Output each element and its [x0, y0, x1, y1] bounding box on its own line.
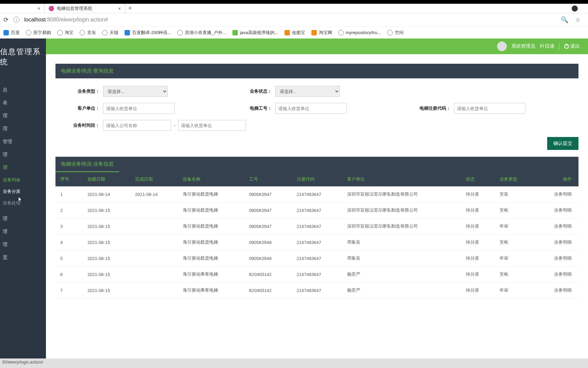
table-cell: B20405142	[244, 266, 292, 282]
bookmark-item[interactable]: 天猫	[102, 30, 118, 36]
sidebar-item[interactable]: 理	[0, 109, 46, 122]
table-cell: 杨奕严	[342, 266, 461, 282]
table-cell: 2021-08-15	[83, 266, 130, 282]
bookmark-item[interactable]: java高级程序猿的...	[232, 30, 278, 36]
input-customer[interactable]	[103, 103, 175, 114]
table-cell: 年审	[495, 282, 535, 298]
select-business-status[interactable]: 请选择...	[275, 86, 340, 97]
table-cell: 杨奕严	[342, 282, 461, 298]
url-text[interactable]: localhost:8080/eleerp/login.action#	[24, 17, 556, 23]
bookmark-item[interactable]: 改图宝	[284, 30, 305, 36]
sidebar-item-active[interactable]: 理	[0, 161, 46, 174]
bookmark-item[interactable]: 洪湖小肖直播_户外...	[177, 30, 226, 36]
table-cell: 5	[55, 250, 83, 266]
table-cell[interactable]: 业务明细	[535, 186, 578, 202]
select-business-type[interactable]: 请选择...	[103, 86, 168, 97]
bookmark-item[interactable]: 淘宝	[57, 30, 74, 36]
sidebar-sub-process[interactable]: 业务处理	[0, 197, 46, 209]
search-icon[interactable]: 🔍	[561, 16, 568, 24]
sidebar-item[interactable]: 息	[0, 83, 46, 96]
submit-button[interactable]: 确认提交	[547, 137, 578, 150]
star-icon[interactable]: ☆	[575, 16, 581, 24]
table-cell: 邓集良	[342, 234, 461, 250]
bookmark-item[interactable]: 淘宝网	[311, 30, 332, 36]
bookmark-item[interactable]: 苏宁易购	[26, 30, 51, 36]
sidebar-item[interactable]: 理	[0, 238, 46, 251]
table-cell[interactable]: 业务明细	[535, 282, 578, 298]
letterbox-top	[0, 0, 588, 4]
query-panel-title: 电梯业务情况-查询信息	[55, 64, 578, 78]
table-cell: 2021-08-15	[83, 282, 130, 298]
browser-tab-1[interactable]: 电梯信息管理系统 ×	[45, 4, 125, 13]
bookmark-item[interactable]: myrepository/tru...	[338, 30, 381, 35]
close-icon[interactable]: ×	[37, 6, 40, 11]
list-panel-header: 电梯业务情况-业务信息	[55, 157, 578, 172]
table-cell[interactable]: 业务明细	[535, 266, 578, 282]
table-cell: 待分派	[461, 250, 495, 266]
table-cell: 2147483647	[292, 282, 342, 298]
table-cell: 深圳市富丽法雷尔家私制造有限公司	[342, 186, 461, 202]
reload-icon[interactable]: ⟳	[3, 16, 9, 24]
bookmark-item[interactable]: 空间	[387, 30, 404, 36]
table-cell	[130, 234, 178, 250]
table-cell: 4	[55, 234, 83, 250]
business-table: 序号 创建日期 完成日期 设备名称 工号 注册代码 客户单位 状态 业务类型 操…	[55, 172, 578, 298]
table-cell: 待分派	[461, 202, 495, 218]
user-avatar-icon[interactable]	[497, 42, 507, 51]
tab-favicon	[49, 6, 54, 11]
th-status: 状态	[461, 172, 495, 186]
th-action: 操作	[535, 172, 578, 186]
table-cell: 邓集良	[342, 250, 461, 266]
range-separator: -	[174, 123, 175, 128]
input-period-start[interactable]	[103, 120, 171, 131]
label-business-status: 业务状态：	[238, 88, 272, 94]
url-host: localhost	[24, 17, 46, 22]
globe-icon	[102, 30, 108, 35]
gaitubao-icon	[284, 30, 290, 35]
sidebar-item[interactable]: 理	[0, 212, 46, 225]
table-cell: 2147483647	[292, 186, 342, 202]
sidebar-item[interactable]: 管理	[0, 135, 46, 148]
table-cell: 0905K0548	[244, 234, 292, 250]
table-cell: 深圳市富丽法雷尔家私制造有限公司	[342, 218, 461, 234]
sidebar-sub-assign[interactable]: 业务分派	[0, 186, 46, 197]
table-row: 12021-08-142021-08-14曳引驱动载货电梯0905K054721…	[55, 186, 578, 202]
table-cell[interactable]: 业务明细	[535, 202, 578, 218]
table-cell[interactable]: 业务明细	[535, 250, 578, 266]
sidebar-item[interactable]: 表	[0, 96, 46, 109]
sidebar-item[interactable]: 理	[0, 122, 46, 135]
bookmark-item[interactable]: 百度翻译-200种语...	[125, 30, 171, 36]
site-info-icon[interactable]: i	[13, 17, 19, 23]
table-cell: 待分派	[461, 282, 495, 298]
bookmark-item[interactable]: 百度	[3, 30, 20, 36]
table-cell: 安检	[495, 266, 535, 282]
table-cell	[130, 266, 178, 282]
browser-tab-0[interactable]: ×	[0, 4, 45, 13]
label-regcode: 电梯注册代码：	[410, 105, 451, 111]
sidebar-item[interactable]: 理	[0, 225, 46, 238]
sidebar-sub-list[interactable]: 业务列表	[0, 174, 46, 186]
sidebar-item[interactable]: 理	[0, 148, 46, 161]
table-cell[interactable]: 业务明细	[535, 218, 578, 234]
input-period-end[interactable]	[178, 120, 246, 131]
table-cell: 2021-08-15	[83, 250, 130, 266]
profile-avatar-icon[interactable]	[572, 5, 578, 12]
bookmark-item[interactable]: 京东	[80, 30, 96, 36]
new-tab-button[interactable]: +	[125, 5, 135, 12]
page-body: 电梯业务情况-查询信息 业务类型： 请选择... 业务状态： 请选择... 客	[46, 54, 588, 358]
table-row: 42021-08-15曳引驱动载货电梯0905K05482147483647邓集…	[55, 234, 578, 250]
logout-button[interactable]: 退出	[564, 43, 580, 49]
table-cell: 曳引驱动乘客电梯	[178, 266, 244, 282]
input-workno[interactable]	[275, 103, 347, 114]
th-finishdate: 完成日期	[130, 172, 178, 186]
globe-icon	[387, 30, 393, 35]
table-cell: 安检	[495, 202, 535, 218]
table-cell: 2147483647	[292, 234, 342, 250]
input-regcode[interactable]	[454, 103, 525, 114]
sidebar-item[interactable]: 置	[0, 251, 46, 264]
close-icon[interactable]: ×	[118, 6, 121, 11]
label-workno: 电梯工号：	[238, 105, 272, 111]
table-cell: 0905K0547	[244, 218, 292, 234]
top-header: 系统管理员 叶日清 退出	[46, 39, 588, 54]
table-cell[interactable]: 业务明细	[535, 234, 578, 250]
